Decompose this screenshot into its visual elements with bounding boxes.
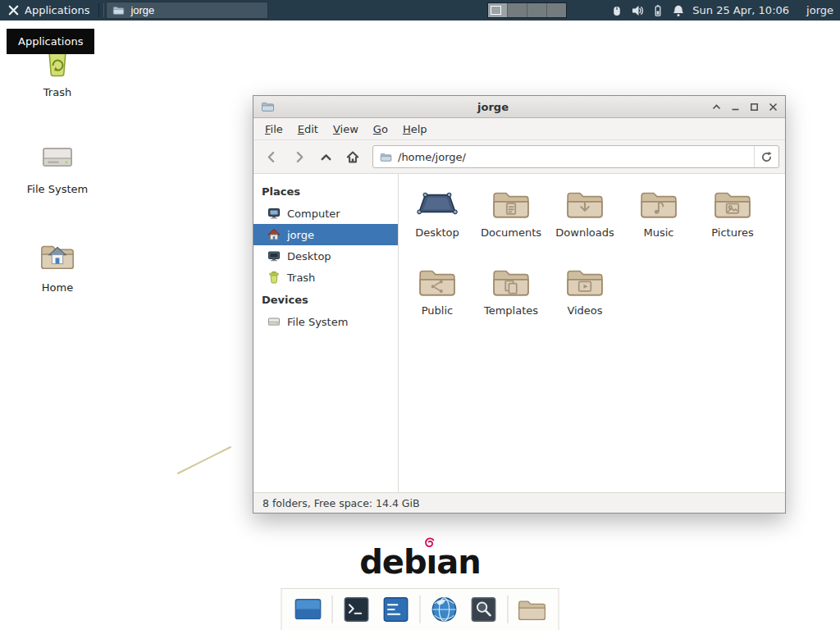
toolbar: /home/jorge/: [253, 140, 785, 174]
notifications-bell-icon[interactable]: [672, 4, 685, 17]
workspace-1[interactable]: [488, 3, 508, 17]
sidebar-item-file-system[interactable]: File System: [253, 311, 398, 332]
top-panel: Applications jorge: [0, 0, 840, 21]
sidebar-item-computer[interactable]: Computer: [253, 203, 398, 224]
places-sidebar: Places Computer jorge: [253, 174, 399, 492]
sidebar-item-label: Desktop: [287, 250, 331, 262]
sidebar-item-desktop[interactable]: Desktop: [253, 245, 398, 267]
dock-icon-terminal[interactable]: [341, 594, 372, 625]
documents-folder-icon: [491, 187, 532, 221]
folder-item-documents[interactable]: Documents: [475, 187, 547, 265]
shade-button[interactable]: [711, 102, 721, 112]
applications-tooltip: Applications: [7, 29, 94, 54]
drive-icon: [267, 315, 281, 328]
applications-menu-button[interactable]: Applications: [0, 0, 97, 21]
menu-help[interactable]: Help: [395, 120, 435, 139]
menu-file[interactable]: File: [258, 120, 290, 139]
taskbar-window-icon: [112, 5, 125, 16]
debian-swirl-icon: [425, 537, 436, 548]
home-icon: [345, 149, 360, 164]
places-header: Places: [253, 180, 398, 203]
maximize-button[interactable]: [749, 102, 759, 112]
folder-label: Pictures: [711, 226, 753, 239]
folder-view: Desktop Documents: [399, 174, 785, 492]
status-bar: 8 folders, Free space: 14.4 GiB: [253, 492, 785, 513]
drive-icon: [39, 139, 75, 176]
pictures-folder-icon: [712, 187, 753, 221]
bottom-dock: [281, 588, 559, 630]
folder-item-downloads[interactable]: Downloads: [549, 187, 621, 265]
desktop-icon-label: Trash: [43, 86, 71, 98]
sidebar-item-label: Computer: [287, 208, 340, 220]
workspace-2[interactable]: [508, 3, 527, 17]
path-bar[interactable]: /home/jorge/: [372, 145, 779, 168]
window-folder-icon: [261, 101, 275, 112]
folder-item-public[interactable]: Public: [401, 265, 473, 343]
volume-icon[interactable]: [631, 4, 644, 17]
clock[interactable]: Sun 25 Apr, 10:06: [692, 4, 789, 16]
up-button[interactable]: [313, 144, 338, 169]
window-title: jorge: [280, 101, 706, 113]
dock-icon-web-browser[interactable]: [429, 594, 460, 625]
folder-label: Music: [644, 226, 674, 239]
dock-separator: [420, 596, 421, 623]
desktop-monitor-icon: [267, 249, 281, 262]
sidebar-item-jorge[interactable]: jorge: [253, 224, 398, 245]
sidebar-item-label: File System: [287, 316, 348, 328]
menu-view[interactable]: View: [326, 120, 366, 139]
battery-icon[interactable]: [651, 4, 664, 17]
menu-edit[interactable]: Edit: [290, 120, 326, 139]
file-manager-window: jorge File Edit View Go Help: [253, 95, 786, 514]
desktop-icon-label: Home: [42, 281, 73, 294]
panel-separator: [98, 3, 104, 17]
path-folder-icon: [380, 152, 392, 162]
home-house-icon: [267, 228, 281, 241]
folder-label: Videos: [567, 304, 602, 317]
home-folder-icon: [39, 238, 76, 274]
music-folder-icon: [638, 187, 679, 221]
workspace-4[interactable]: [547, 3, 566, 17]
folder-item-music[interactable]: Music: [623, 187, 695, 265]
sidebar-item-label: Trash: [287, 272, 315, 284]
folder-label: Downloads: [555, 226, 614, 239]
videos-folder-icon: [564, 265, 605, 299]
forward-button[interactable]: [286, 144, 311, 169]
path-text[interactable]: /home/jorge/: [398, 151, 748, 163]
downloads-folder-icon: [564, 187, 605, 221]
close-button[interactable]: [768, 102, 778, 112]
trash-icon: [267, 271, 281, 284]
folder-label: Templates: [484, 304, 538, 317]
debian-logo: debıan: [359, 543, 481, 581]
window-titlebar[interactable]: jorge: [253, 96, 785, 118]
folder-item-videos[interactable]: Videos: [549, 265, 621, 343]
public-folder-icon: [417, 265, 458, 299]
back-button[interactable]: [259, 144, 284, 169]
reload-button[interactable]: [754, 146, 778, 167]
folder-item-desktop[interactable]: Desktop: [401, 187, 473, 265]
minimize-button[interactable]: [730, 102, 740, 112]
folder-label: Public: [422, 304, 453, 317]
workspace-switcher[interactable]: [487, 2, 567, 18]
status-text: 8 folders, Free space: 14.4 GiB: [262, 497, 420, 509]
folder-label: Documents: [481, 226, 541, 239]
wallpaper-artifact-line: [175, 443, 234, 477]
templates-folder-icon: [491, 265, 532, 299]
dock-icon-terminal-alt[interactable]: [381, 594, 412, 625]
taskbar-item-label: jorge: [130, 4, 154, 16]
folder-item-pictures[interactable]: Pictures: [696, 187, 769, 265]
folder-label: Desktop: [415, 226, 459, 239]
taskbar-item-jorge[interactable]: jorge: [106, 2, 268, 19]
dock-icon-file-manager[interactable]: [517, 594, 548, 625]
mouse-icon[interactable]: [610, 4, 623, 17]
desktop-icon-home[interactable]: Home: [20, 238, 95, 294]
folder-item-templates[interactable]: Templates: [475, 265, 547, 343]
desktop-icon-file-system[interactable]: File System: [20, 139, 95, 195]
home-button[interactable]: [340, 144, 365, 169]
folder-icon: [517, 596, 548, 623]
dock-icon-desktop[interactable]: [293, 594, 324, 625]
dock-icon-search[interactable]: [468, 594, 500, 625]
menu-go[interactable]: Go: [366, 120, 395, 139]
sidebar-item-trash[interactable]: Trash: [253, 267, 398, 288]
workspace-3[interactable]: [527, 3, 547, 17]
computer-icon: [267, 207, 281, 220]
